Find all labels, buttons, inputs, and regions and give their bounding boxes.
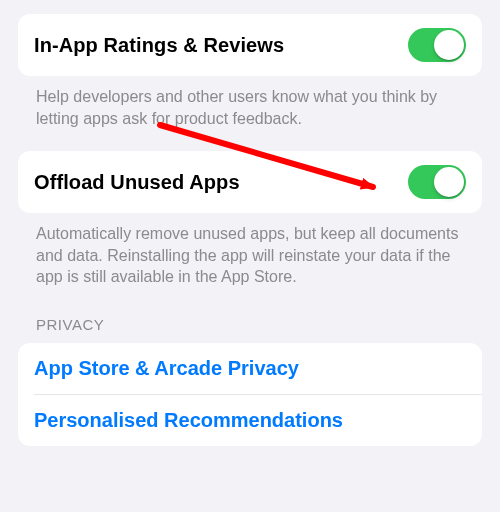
privacy-item-personalised[interactable]: Personalised Recommendations <box>18 395 482 446</box>
ratings-title: In-App Ratings & Reviews <box>34 34 284 57</box>
privacy-item-app-store[interactable]: App Store & Arcade Privacy <box>18 343 482 394</box>
offload-row: Offload Unused Apps <box>18 151 482 213</box>
settings-list: In-App Ratings & Reviews Help developers… <box>0 14 500 446</box>
offload-section: Offload Unused Apps Automatically remove… <box>18 151 482 294</box>
privacy-section: PRIVACY App Store & Arcade Privacy Perso… <box>18 294 482 446</box>
offload-title: Offload Unused Apps <box>34 171 240 194</box>
ratings-toggle[interactable] <box>408 28 466 62</box>
privacy-item-label: Personalised Recommendations <box>34 409 343 432</box>
offload-card: Offload Unused Apps <box>18 151 482 213</box>
privacy-item-label: App Store & Arcade Privacy <box>34 357 299 380</box>
ratings-row: In-App Ratings & Reviews <box>18 14 482 76</box>
ratings-card: In-App Ratings & Reviews <box>18 14 482 76</box>
ratings-footer: Help developers and other users know wha… <box>18 76 482 135</box>
privacy-card: App Store & Arcade Privacy Personalised … <box>18 343 482 446</box>
ratings-section: In-App Ratings & Reviews Help developers… <box>18 14 482 135</box>
offload-toggle[interactable] <box>408 165 466 199</box>
privacy-header: PRIVACY <box>18 294 482 343</box>
offload-footer: Automatically remove unused apps, but ke… <box>18 213 482 294</box>
